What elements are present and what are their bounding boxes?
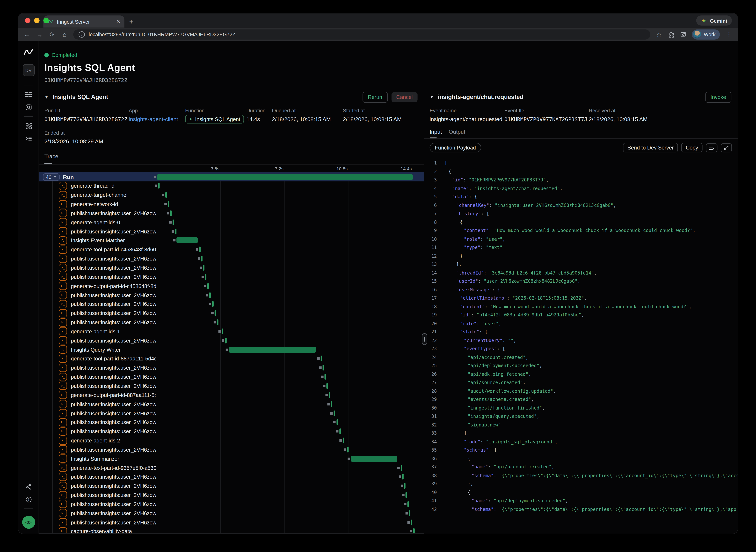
close-window-button[interactable] — [25, 18, 30, 23]
trace-row[interactable]: >_publish:user:insights:user_2VH6zowmh..… — [39, 227, 424, 236]
tab-trace[interactable]: Trace — [44, 151, 58, 164]
share-icon[interactable] — [22, 480, 35, 493]
trace-row[interactable]: >_generate-target-channel — [39, 190, 424, 199]
back-icon[interactable]: ← — [23, 31, 31, 38]
env-avatar[interactable]: DV — [22, 64, 34, 76]
trace-row[interactable]: >_publish:user:insights:user_2VH6zowmh..… — [39, 381, 424, 390]
trace-row-label: Insights Event Matcher — [71, 238, 125, 243]
function-badge[interactable]: ✦ Insights SQL Agent — [185, 115, 244, 123]
trace-row[interactable]: >_capture-observability-data — [39, 527, 424, 534]
trace-row[interactable]: >_publish:user:insights:user_2VH6zowmh..… — [39, 272, 424, 281]
help-icon[interactable]: ? — [22, 493, 35, 506]
trace-row[interactable]: >_publish:user:insights:user_2VH6zowmh..… — [39, 491, 424, 500]
browser-window: Inngest Server ✕ + Gemini ← → ⟳ ⌂ — [18, 13, 738, 534]
payload-code-editor[interactable]: 1[2{3"id": "01KHRMPVZP0V977KAT2GP3ST7J",… — [424, 156, 738, 534]
trace-row[interactable]: >_generate-thread-id — [39, 181, 424, 190]
new-tab-button[interactable]: + — [129, 17, 134, 26]
trace-row[interactable]: >_publish:user:insights:user_2VH6zowmh..… — [39, 427, 424, 436]
trace-row[interactable]: >_publish:user:insights:user_2VH6zowmh..… — [39, 409, 424, 418]
trace-row[interactable]: >_generate-output-part-id-887aa111-5d4e.… — [39, 390, 424, 400]
trace-row[interactable]: >_publish:user:insights:user_2VH6zowmh..… — [39, 445, 424, 454]
invoke-button[interactable]: Invoke — [705, 92, 731, 103]
trace-row[interactable]: >_generate-network-id — [39, 199, 424, 209]
trace-row[interactable]: >_publish:user:insights:user_2VH6zowmh..… — [39, 418, 424, 427]
browser-menu-icon[interactable]: ⋮ — [725, 31, 733, 38]
gemini-button[interactable]: Gemini — [696, 15, 732, 26]
minimize-window-button[interactable] — [34, 18, 40, 23]
step-icon: >_ — [59, 309, 67, 317]
tab-output[interactable]: Output — [449, 129, 465, 135]
maximize-window-button[interactable] — [43, 18, 49, 23]
trace-row[interactable]: >_publish:user:insights:user_2VH6zowmh..… — [39, 254, 424, 263]
trace-row[interactable]: >_publish:user:insights:user_2VH6zowmh..… — [39, 363, 424, 372]
send-to-dev-server-button[interactable]: Send to Dev Server — [623, 143, 678, 152]
tab-close-icon[interactable]: ✕ — [116, 19, 121, 24]
extensions-icon[interactable] — [668, 31, 675, 37]
rerun-button[interactable]: Rerun — [363, 92, 388, 103]
trace-row-label: publish:user:insights:user_2VH6zowmh... — [71, 256, 156, 262]
trace-row[interactable]: >_publish:user:insights:user_2VH6zowmh..… — [39, 400, 424, 409]
trace-row[interactable]: >_publish:user:insights:user_2VH6zowmh..… — [39, 209, 424, 218]
trace-panel-title: Insights SQL Agent — [52, 94, 108, 100]
trace-row[interactable]: >_generate-agent-ids-0 — [39, 218, 424, 227]
trace-row[interactable]: >_generate-output-part-id-c458648f-8d6..… — [39, 281, 424, 290]
dev-mode-button[interactable]: </> — [22, 516, 35, 529]
step-icon: >_ — [59, 227, 67, 236]
browser-tab[interactable]: Inngest Server ✕ — [43, 15, 124, 27]
trace-row[interactable]: >_generate-tool-part-id-887aa111-5d4e-45… — [39, 354, 424, 363]
trace-row[interactable]: >_publish:user:insights:user_2VH6zowmh..… — [39, 472, 424, 481]
trace-row[interactable]: >_publish:user:insights:user_2VH6zowmh..… — [39, 336, 424, 345]
reload-icon[interactable]: ⟳ — [48, 31, 56, 38]
trace-row[interactable]: >_generate-agent-ids-2 — [39, 436, 424, 445]
word-wrap-icon[interactable] — [706, 143, 717, 152]
trace-row[interactable]: ∿Insights Event Matcher — [39, 236, 424, 245]
forward-icon[interactable]: → — [36, 31, 43, 38]
trace-row[interactable]: >_publish:user:insights:user_2VH6zowmh..… — [39, 518, 424, 527]
trace-row[interactable]: >_publish:user:insights:user_2VH6zowmh..… — [39, 309, 424, 318]
code-line: 10"role": "user", — [424, 235, 738, 243]
code-line: 3"id": "01KHRMPVZP0V977KAT2GP3ST7J", — [424, 175, 738, 184]
trace-row[interactable]: >_publish:user:insights:user_2VH6zowmh..… — [39, 300, 424, 309]
field-event-name: Event name insights-agent/chat.requested — [430, 108, 505, 123]
step-count-badge[interactable]: 40 ▼ — [43, 173, 59, 181]
cancel-button[interactable]: Cancel — [391, 92, 418, 102]
trace-row[interactable]: >_generate-text-part-id-9357e5f0-a530-4.… — [39, 463, 424, 472]
site-info-icon[interactable]: i — [78, 31, 85, 37]
profile-button[interactable]: Work — [692, 29, 720, 39]
reading-mode-icon[interactable] — [680, 31, 687, 37]
inngest-logo[interactable] — [22, 46, 35, 58]
trace-row[interactable]: >_publish:user:insights:user_2VH6zowmh..… — [39, 318, 424, 327]
span-tick — [407, 501, 409, 507]
trace-row-run[interactable]: 40 ▼ Run — [39, 172, 424, 181]
trace-row[interactable]: >_publish:user:insights:user_2VH6zowmh..… — [39, 481, 424, 491]
trace-row[interactable]: >_publish:user:insights:user_2VH6zowmh..… — [39, 290, 424, 300]
span-tick — [205, 274, 207, 280]
step-icon: >_ — [59, 491, 67, 499]
panel-resize-handle[interactable] — [422, 333, 427, 345]
apps-icon[interactable] — [22, 120, 35, 132]
trace-row[interactable]: ∿Insights Query Writer — [39, 345, 424, 354]
trace-row[interactable]: >_generate-agent-ids-1 — [39, 327, 424, 336]
function-payload-toggle[interactable]: Function Payload — [430, 143, 481, 152]
search-icon[interactable] — [22, 101, 35, 113]
terminal-icon[interactable] — [22, 132, 35, 145]
code-line: 41"name": "api/deployment.succeeded", — [424, 497, 738, 505]
bookmark-star-icon[interactable]: ☆ — [655, 31, 663, 38]
chevron-down-icon[interactable]: ▼ — [430, 95, 434, 100]
chevron-down-icon[interactable]: ▼ — [44, 95, 48, 100]
trace-row[interactable]: >_publish:user:insights:user_2VH6zowmh..… — [39, 500, 424, 509]
tab-input[interactable]: Input — [430, 129, 442, 135]
trace-row[interactable]: >_publish:user:insights:user_2VH6zowmh..… — [39, 509, 424, 518]
trace-row[interactable]: >_generate-tool-part-id-c458648f-8d60-..… — [39, 245, 424, 254]
trace-row[interactable]: ∿Insights Summarizer — [39, 454, 424, 463]
url-bar[interactable]: i localhost:8288/run?runID=01KHRMPW77GVM… — [73, 29, 650, 39]
copy-button[interactable]: Copy — [682, 143, 702, 152]
expand-icon[interactable] — [721, 143, 732, 152]
app-link[interactable]: insights-agent-client — [129, 116, 185, 122]
home-icon[interactable]: ⌂ — [61, 31, 68, 38]
trace-row-label: publish:user:insights:user_2VH6zowmh... — [71, 501, 156, 507]
trace-row[interactable]: >_publish:user:insights:user_2VH6zowmh..… — [39, 263, 424, 272]
trace-row[interactable]: >_publish:user:insights:user_2VH6zowmh..… — [39, 372, 424, 382]
trace-waterfall[interactable]: 3.6s7.2s10.8s14.4s 40 ▼ — [39, 164, 424, 534]
runs-icon[interactable] — [22, 88, 35, 101]
